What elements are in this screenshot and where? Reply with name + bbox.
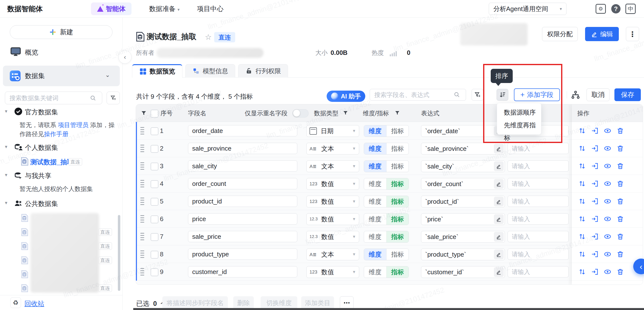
expression-field[interactable]: `product_id` bbox=[421, 196, 505, 207]
nav-item-data-prep[interactable]: 数据准备▾ bbox=[149, 0, 180, 18]
metric-option[interactable]: 指标 bbox=[386, 231, 409, 242]
row-checkbox[interactable] bbox=[150, 251, 158, 259]
field-name-input[interactable] bbox=[188, 213, 297, 225]
data-type-select[interactable]: 12.3 数值 ▼ bbox=[306, 213, 359, 225]
insert-row-icon[interactable] bbox=[590, 197, 599, 206]
dimension-option[interactable]: 维度 bbox=[364, 161, 386, 172]
edit-expression-icon[interactable] bbox=[494, 249, 504, 259]
edit-expression-icon[interactable] bbox=[494, 197, 504, 206]
description-input[interactable] bbox=[508, 266, 569, 277]
drag-handle-icon[interactable] bbox=[140, 233, 145, 240]
insert-row-icon[interactable] bbox=[590, 126, 599, 135]
move-row-icon[interactable] bbox=[578, 250, 586, 259]
preview-eye-icon[interactable] bbox=[603, 232, 612, 241]
description-input[interactable] bbox=[508, 178, 569, 189]
ai-assistant-button[interactable]: AI 助手 bbox=[327, 91, 365, 102]
delete-button[interactable]: 删除 bbox=[233, 296, 254, 309]
edit-expression-icon[interactable] bbox=[494, 214, 504, 224]
delete-row-icon[interactable] bbox=[616, 250, 625, 259]
insert-row-icon[interactable] bbox=[590, 267, 599, 276]
field-name-input[interactable] bbox=[188, 125, 297, 136]
move-row-icon[interactable] bbox=[578, 144, 586, 153]
expression-field[interactable]: `customer_id` bbox=[421, 266, 505, 278]
sync-desc-button[interactable]: 将描述同步到字段名 bbox=[162, 296, 228, 309]
data-type-select[interactable]: 123 数值 ▼ bbox=[306, 196, 359, 207]
metric-option[interactable]: 指标 bbox=[386, 125, 409, 137]
edit-expression-icon[interactable] bbox=[494, 161, 504, 171]
dimension-option[interactable]: 维度 bbox=[364, 125, 386, 137]
description-input[interactable] bbox=[508, 249, 569, 260]
field-search-input[interactable] bbox=[370, 89, 466, 101]
row-checkbox[interactable] bbox=[150, 198, 158, 206]
data-type-select[interactable]: 123 数值 ▼ bbox=[306, 178, 359, 190]
chevron-down-icon[interactable]: ⌄ bbox=[105, 72, 110, 78]
expression-field[interactable]: `sale_city` bbox=[421, 161, 505, 172]
metric-option[interactable]: 指标 bbox=[386, 161, 409, 172]
edit-expression-icon[interactable] bbox=[494, 144, 504, 153]
type-filter-funnel-icon[interactable] bbox=[343, 110, 348, 116]
tab-model-info[interactable]: 模型信息 bbox=[185, 64, 235, 78]
insert-row-icon[interactable] bbox=[590, 179, 599, 188]
dimension-option[interactable]: 维度 bbox=[364, 266, 386, 278]
preview-eye-icon[interactable] bbox=[603, 179, 612, 188]
delete-row-icon[interactable] bbox=[616, 162, 625, 171]
field-name-input[interactable] bbox=[188, 249, 297, 260]
help-icon[interactable]: ? bbox=[611, 4, 621, 14]
move-row-icon[interactable] bbox=[578, 267, 586, 276]
drag-handle-icon[interactable] bbox=[140, 162, 145, 170]
row-checkbox[interactable] bbox=[150, 127, 158, 135]
sidebar-item-dataset[interactable]: 数据集 ⌄ bbox=[3, 66, 120, 86]
move-row-icon[interactable] bbox=[578, 232, 586, 241]
move-row-icon[interactable] bbox=[578, 179, 586, 188]
tree-caret-icon[interactable]: ▾ bbox=[5, 144, 7, 149]
preview-eye-icon[interactable] bbox=[603, 144, 612, 153]
field-filter-button[interactable] bbox=[472, 89, 483, 101]
edit-expression-icon[interactable] bbox=[494, 232, 504, 242]
sidebar-item-overview[interactable]: 概览 bbox=[25, 48, 38, 57]
metric-option[interactable]: 指标 bbox=[386, 196, 409, 207]
expression-field[interactable]: `price` bbox=[421, 213, 505, 225]
delete-row-icon[interactable] bbox=[616, 179, 625, 188]
preview-eye-icon[interactable] bbox=[603, 162, 612, 171]
expression-field[interactable]: `sale_price` bbox=[421, 231, 505, 243]
data-type-select[interactable]: A≣ 文本 ▼ bbox=[306, 249, 359, 260]
drag-handle-icon[interactable] bbox=[140, 250, 145, 258]
row-checkbox[interactable] bbox=[150, 163, 158, 171]
drag-handle-icon[interactable] bbox=[140, 198, 145, 205]
sidebar-group-personal[interactable]: 个人数据集 bbox=[25, 143, 58, 152]
description-input[interactable] bbox=[508, 231, 569, 242]
language-icon[interactable]: 中 bbox=[626, 4, 636, 14]
menu-item-dim-first[interactable]: 先维度再指标 bbox=[497, 119, 541, 131]
expression-field[interactable]: `sale_province` bbox=[421, 143, 505, 154]
move-row-icon[interactable] bbox=[578, 126, 586, 135]
preview-eye-icon[interactable] bbox=[603, 197, 612, 206]
drag-handle-icon[interactable] bbox=[140, 215, 145, 223]
recycle-bin-icon[interactable]: ♻ bbox=[10, 297, 21, 308]
sidebar-filter-button[interactable] bbox=[106, 92, 120, 104]
new-dataset-button[interactable]: 新建 bbox=[10, 25, 112, 39]
dimension-option[interactable]: 维度 bbox=[364, 196, 386, 207]
metric-option[interactable]: 指标 bbox=[386, 266, 409, 278]
expression-field[interactable]: `product_type` bbox=[421, 249, 505, 260]
sidebar-group-shared[interactable]: 与我共享 bbox=[25, 172, 51, 180]
drag-handle-icon[interactable] bbox=[140, 268, 145, 275]
move-row-icon[interactable] bbox=[578, 197, 586, 206]
sidebar-group-public[interactable]: 公共数据集 bbox=[25, 199, 58, 208]
insert-row-icon[interactable] bbox=[590, 162, 599, 171]
switch-dimension-button[interactable]: 切换维度 bbox=[261, 296, 297, 309]
insert-row-icon[interactable] bbox=[590, 232, 599, 241]
sidebar-collapse-button[interactable]: ‹ bbox=[118, 50, 132, 64]
lineage-graph-button[interactable] bbox=[571, 90, 580, 100]
preview-eye-icon[interactable] bbox=[603, 215, 612, 223]
expression-field[interactable]: `order_date` bbox=[421, 125, 505, 137]
select-all-checkbox[interactable] bbox=[150, 110, 158, 117]
data-type-select[interactable]: 123 数值 ▼ bbox=[306, 266, 359, 278]
insert-row-icon[interactable] bbox=[590, 215, 599, 223]
field-name-input[interactable] bbox=[188, 266, 297, 277]
tree-caret-icon[interactable]: ▾ bbox=[5, 172, 7, 178]
delete-row-icon[interactable] bbox=[616, 267, 625, 276]
field-name-input[interactable] bbox=[188, 196, 297, 207]
metric-option[interactable]: 指标 bbox=[386, 249, 409, 260]
sidebar-item-current-dataset[interactable]: 测试数据_抽取 bbox=[30, 158, 74, 167]
edit-button[interactable]: 编辑 bbox=[585, 27, 619, 41]
